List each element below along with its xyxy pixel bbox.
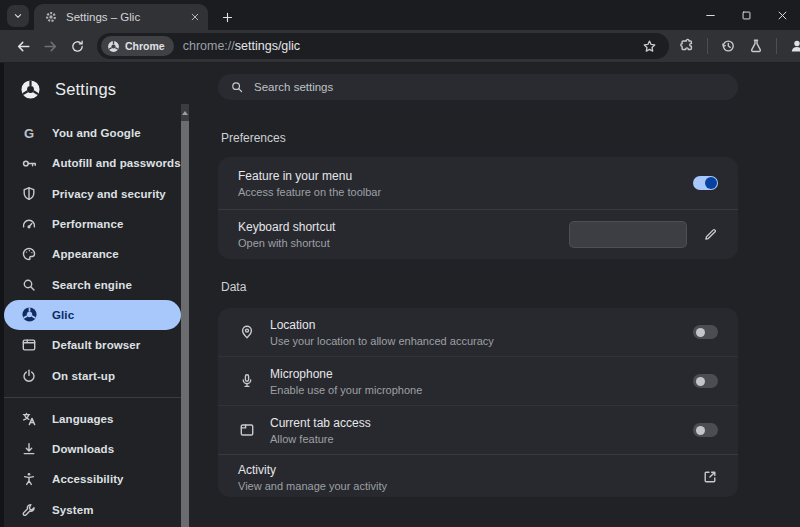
edit-shortcut-button[interactable]	[703, 227, 718, 242]
current-tab-access-toggle[interactable]	[693, 423, 718, 437]
data-card: Location Use your location to allow enha…	[218, 308, 738, 497]
window-controls	[692, 0, 800, 30]
row-subtitle: Allow feature	[270, 433, 371, 445]
tab-title: Settings – Glic	[66, 11, 190, 23]
close-button[interactable]	[764, 0, 800, 30]
sidebar-item-on-startup[interactable]: On start-up	[4, 360, 181, 390]
row-current-tab-access: Current tab access Allow feature	[218, 406, 738, 454]
toolbar-separator	[776, 38, 777, 54]
minimize-icon	[705, 10, 716, 21]
glic-logo-icon	[20, 306, 38, 324]
settings-page: Settings G You and Google Autofill and p…	[0, 63, 800, 527]
download-icon	[20, 440, 38, 458]
sidebar-item-label: You and Google	[52, 127, 141, 139]
bookmark-button[interactable]	[642, 39, 657, 54]
url-path: settings/glic	[235, 39, 300, 53]
row-subtitle: Use your location to allow enhanced accu…	[270, 335, 494, 347]
sidebar-item-autofill[interactable]: Autofill and passwords	[4, 148, 181, 178]
toggle-knob	[696, 377, 705, 386]
sidebar-item-privacy[interactable]: Privacy and security	[4, 179, 181, 209]
sidebar-item-label: System	[52, 504, 94, 516]
scrollbar-up-arrow[interactable]	[181, 104, 189, 121]
key-icon	[20, 154, 38, 172]
speedometer-icon	[20, 215, 38, 233]
external-link-icon[interactable]	[702, 469, 718, 485]
sidebar-item-default-browser[interactable]: Default browser	[4, 330, 181, 360]
reload-icon	[70, 39, 85, 54]
extensions-puzzle-icon[interactable]	[679, 38, 695, 54]
row-activity[interactable]: Activity View and manage your activity	[218, 455, 738, 497]
page-title: Settings	[55, 80, 116, 99]
wrench-icon	[20, 501, 38, 519]
labs-flask-icon[interactable]	[748, 38, 764, 54]
history-clock-icon[interactable]	[720, 38, 736, 54]
reload-button[interactable]	[64, 33, 91, 60]
browser-window-icon	[20, 336, 38, 354]
tab-search-button[interactable]	[7, 5, 29, 27]
row-title: Feature in your menu	[238, 169, 381, 183]
chrome-logo-icon	[107, 40, 120, 53]
row-subtitle: Open with shortcut	[238, 237, 335, 249]
location-pin-icon	[238, 323, 256, 341]
sidebar-nav: G You and Google Autofill and passwords …	[4, 118, 181, 525]
forward-button[interactable]	[37, 33, 64, 60]
sidebar-item-glic[interactable]: Glic	[4, 300, 181, 330]
sidebar-item-label: Performance	[52, 218, 123, 230]
sidebar-item-appearance[interactable]: Appearance	[4, 239, 181, 269]
address-bar[interactable]: Chrome chrome://settings/glic	[97, 33, 669, 59]
sidebar-item-label: Default browser	[52, 339, 140, 351]
search-icon	[230, 80, 244, 94]
microphone-icon	[238, 372, 256, 390]
active-tab[interactable]: Settings – Glic	[34, 4, 208, 30]
tab-close-icon[interactable]	[190, 12, 200, 22]
sidebar-item-label: Privacy and security	[52, 188, 166, 200]
back-button[interactable]	[10, 33, 37, 60]
sidebar-item-label: Accessibility	[52, 473, 124, 485]
sidebar-item-languages[interactable]: Languages	[4, 404, 181, 434]
settings-gear-favicon-icon	[44, 10, 58, 24]
sidebar-item-performance[interactable]: Performance	[4, 209, 181, 239]
sidebar-item-downloads[interactable]: Downloads	[4, 434, 181, 464]
url-scheme: chrome://	[183, 39, 235, 53]
sidebar-scrollbar[interactable]	[181, 63, 189, 527]
preferences-card: Feature in your menu Access feature on t…	[218, 157, 738, 259]
keyboard-shortcut-input[interactable]	[569, 221, 687, 248]
shield-icon	[20, 185, 38, 203]
feature-in-menu-toggle[interactable]	[693, 176, 718, 190]
row-feature-in-menu: Feature in your menu Access feature on t…	[218, 157, 738, 209]
minimize-button[interactable]	[692, 0, 728, 30]
sidebar-item-label: Languages	[52, 413, 114, 425]
close-icon	[777, 10, 788, 21]
browser-window: Settings – Glic	[0, 0, 800, 527]
sidebar-item-search-engine[interactable]: Search engine	[4, 269, 181, 299]
row-location: Location Use your location to allow enha…	[218, 308, 738, 356]
sidebar-item-label: Autofill and passwords	[52, 157, 181, 169]
search-placeholder: Search settings	[254, 81, 333, 93]
scrollbar-thumb[interactable]	[181, 121, 189, 527]
chip-label: Chrome	[125, 40, 165, 52]
chrome-logo	[20, 79, 41, 100]
maximize-button[interactable]	[728, 0, 764, 30]
sidebar-header: Settings	[4, 63, 181, 110]
sidebar-item-accessibility[interactable]: Accessibility	[4, 464, 181, 494]
row-keyboard-shortcut: Keyboard shortcut Open with shortcut	[218, 210, 738, 259]
sidebar-divider	[4, 397, 181, 398]
power-icon	[20, 367, 38, 385]
toolbar-right-icons	[679, 38, 800, 54]
profile-avatar-icon[interactable]	[789, 38, 800, 54]
location-toggle[interactable]	[693, 325, 718, 339]
chrome-page-chip[interactable]: Chrome	[101, 36, 174, 56]
sidebar-item-system[interactable]: System	[4, 495, 181, 525]
google-g-icon: G	[20, 124, 38, 142]
row-subtitle: Enable use of your microphone	[270, 384, 422, 396]
url-text: chrome://settings/glic	[183, 39, 300, 53]
sidebar-item-label: Glic	[52, 309, 74, 321]
search-settings-field[interactable]: Search settings	[218, 74, 738, 100]
new-tab-button[interactable]	[214, 4, 240, 30]
chevron-down-icon	[12, 10, 24, 22]
sidebar-item-you-and-google[interactable]: G You and Google	[4, 118, 181, 148]
microphone-toggle[interactable]	[693, 374, 718, 388]
sidebar-item-label: Appearance	[52, 248, 119, 260]
row-title: Location	[270, 318, 494, 332]
sidebar-item-label: Search engine	[52, 279, 132, 291]
